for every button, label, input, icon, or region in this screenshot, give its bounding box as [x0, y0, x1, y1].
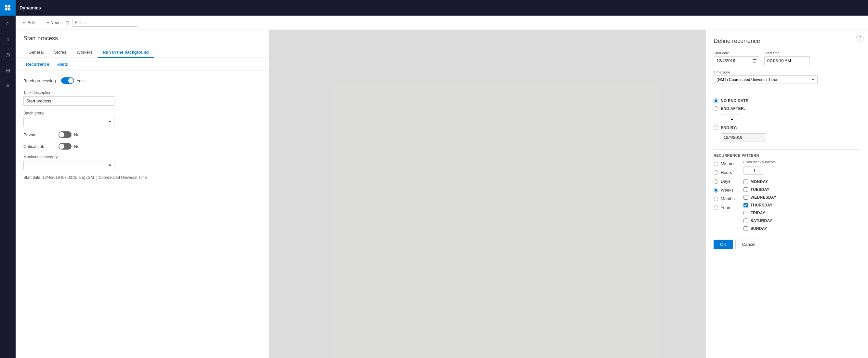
divider-2 — [714, 149, 860, 150]
sub-tab-alerts[interactable]: Alerts — [55, 60, 70, 68]
weeks-label: Weeks — [721, 188, 734, 192]
thursday-checkbox-item[interactable]: THURSDAY — [743, 202, 777, 208]
end-after-input[interactable] — [721, 114, 740, 122]
fixed-weekly-interval-label: Fixed weekly interval — [743, 160, 777, 164]
date-time-row: Start date Start time — [714, 51, 860, 65]
sunday-checkbox[interactable] — [743, 226, 748, 231]
ok-button[interactable]: OK — [714, 240, 733, 249]
cancel-button[interactable]: Cancel — [735, 240, 762, 249]
friday-checkbox-item[interactable]: FRIDAY — [743, 210, 777, 216]
monday-checkbox-item[interactable]: MONDAY — [743, 179, 777, 185]
start-date-col: Start date — [714, 51, 759, 65]
pattern-layout: Minutes Hours Days Weeks — [714, 160, 860, 232]
sub-tab-recurrence[interactable]: Recurrence — [23, 60, 52, 68]
end-after-radio[interactable] — [714, 106, 718, 111]
start-time-input[interactable] — [764, 56, 810, 65]
svg-rect-3 — [8, 8, 10, 10]
days-radio[interactable] — [714, 179, 718, 184]
critical-job-toggle-value: No — [74, 144, 80, 149]
task-description-input[interactable] — [23, 96, 115, 106]
nav-grid-icon[interactable]: ⊞ — [0, 62, 16, 78]
monday-checkbox[interactable] — [743, 179, 748, 184]
wednesday-checkbox[interactable] — [743, 195, 748, 200]
end-after-option[interactable]: END AFTER: — [714, 105, 860, 112]
start-time-label: Start time — [764, 51, 810, 55]
filter-input[interactable] — [72, 19, 137, 27]
months-radio[interactable] — [714, 197, 718, 201]
start-date-label: Start date — [714, 51, 759, 55]
content-area: Ho... Prep... Mo... Gene... Up... Upda..… — [16, 30, 868, 358]
end-by-option[interactable]: END BY: — [714, 124, 860, 131]
thursday-checkbox[interactable] — [743, 203, 748, 207]
batch-processing-row: Batch processing Yes — [23, 78, 261, 84]
help-icon[interactable]: ? — [856, 34, 864, 41]
start-time-col: Start time — [764, 51, 810, 65]
no-end-date-label[interactable]: NO END DATE — [721, 98, 748, 103]
main-content: ✏ Edit + New ▽ Ho... Prep... Mo... Gene.… — [16, 16, 868, 358]
end-after-label[interactable]: END AFTER: — [721, 106, 745, 111]
days-option[interactable]: Days — [714, 178, 736, 185]
nav-home-icon[interactable]: ⌂ — [0, 16, 16, 31]
years-radio[interactable] — [714, 206, 718, 210]
nav-list-icon[interactable]: ≡ — [0, 78, 16, 94]
months-option[interactable]: Months — [714, 195, 736, 203]
batch-toggle-value: Yes — [77, 78, 84, 83]
dialog-title: Define recurrence — [714, 38, 860, 44]
end-after-value-row — [721, 114, 860, 122]
no-end-date-option[interactable]: NO END DATE — [714, 97, 860, 105]
end-by-date-input[interactable] — [721, 133, 766, 142]
nav-clock-icon[interactable]: ◷ — [0, 47, 16, 62]
saturday-checkbox[interactable] — [743, 218, 748, 223]
years-label: Years — [721, 205, 732, 210]
end-by-label[interactable]: END BY: — [721, 125, 737, 130]
friday-checkbox[interactable] — [743, 211, 748, 215]
fixed-weekly-interval-input[interactable] — [743, 167, 763, 175]
monday-label: MONDAY — [751, 179, 768, 184]
tab-stores[interactable]: Stores — [49, 47, 71, 58]
tuesday-checkbox[interactable] — [743, 187, 748, 192]
tab-general[interactable]: General — [23, 47, 49, 58]
nav-star-icon[interactable]: ☆ — [0, 31, 16, 47]
weeks-radio[interactable] — [714, 188, 718, 192]
weeks-option[interactable]: Weeks — [714, 186, 736, 194]
wednesday-checkbox-item[interactable]: WEDNESDAY — [743, 194, 777, 201]
monitoring-category-label: Monitoring category — [23, 155, 261, 159]
tuesday-checkbox-item[interactable]: TUESDAY — [743, 186, 777, 193]
end-by-radio[interactable] — [714, 125, 718, 130]
days-label: Days — [721, 179, 731, 184]
sunday-checkbox-item[interactable]: SUNDAY — [743, 225, 777, 232]
panel-title: Start process — [23, 35, 261, 42]
panel-body: Batch processing Yes Task description Ba… — [16, 71, 269, 358]
tab-workers[interactable]: Workers — [71, 47, 97, 58]
end-options-group: NO END DATE END AFTER: END BY: — [714, 97, 860, 143]
nav-app-icon[interactable] — [0, 0, 16, 16]
task-description-field: Task description — [23, 90, 261, 106]
saturday-checkbox-item[interactable]: SATURDAY — [743, 217, 777, 224]
tuesday-label: TUESDAY — [751, 187, 770, 192]
svg-rect-2 — [5, 8, 7, 10]
hours-option[interactable]: Hours — [714, 169, 736, 176]
private-toggle[interactable] — [59, 131, 71, 138]
minutes-radio[interactable] — [714, 161, 718, 166]
minutes-option[interactable]: Minutes — [714, 160, 736, 168]
edit-button[interactable]: ✏ Edit — [20, 18, 38, 27]
start-process-panel: Start process General Stores Workers Run… — [16, 30, 269, 358]
monitoring-category-select[interactable] — [23, 161, 115, 170]
panel-tabs: General Stores Workers Run in the backgr… — [23, 47, 261, 58]
no-end-date-radio[interactable] — [714, 98, 718, 103]
recurrence-dialog: Define recurrence Start date Start time … — [706, 30, 868, 358]
svg-rect-1 — [8, 5, 10, 7]
batch-toggle[interactable] — [61, 78, 74, 84]
critical-job-toggle[interactable] — [59, 143, 71, 150]
svg-rect-0 — [5, 5, 7, 7]
timezone-label: Time zone — [714, 70, 860, 74]
tab-run-background[interactable]: Run in the background — [97, 47, 154, 58]
start-date-input[interactable] — [714, 56, 759, 65]
filter-icon[interactable]: ▽ — [66, 20, 69, 25]
divider-1 — [714, 93, 860, 93]
years-option[interactable]: Years — [714, 204, 736, 211]
batch-group-select[interactable] — [23, 117, 115, 126]
timezone-select[interactable]: (GMT) Coordinated Universal Time (GMT-05… — [714, 76, 817, 84]
new-button[interactable]: + New — [43, 18, 62, 27]
hours-radio[interactable] — [714, 170, 718, 175]
